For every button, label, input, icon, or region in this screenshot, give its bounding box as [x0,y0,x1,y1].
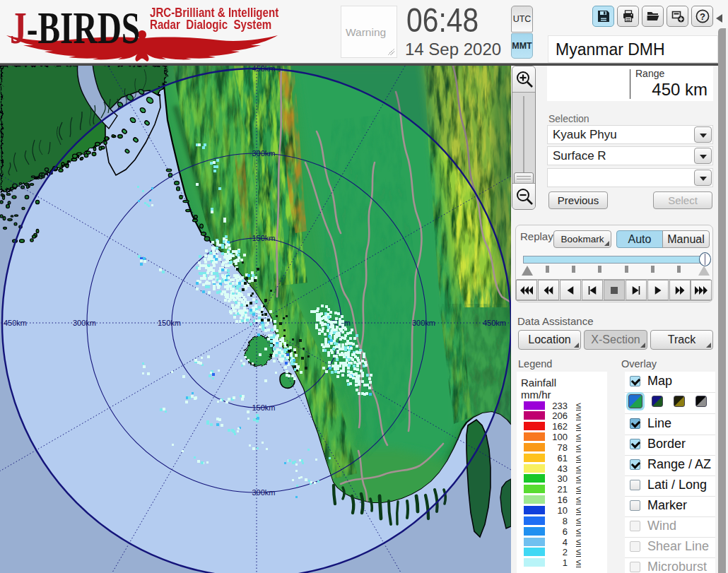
svg-text:300km: 300km [252,488,276,497]
svg-text:150km: 150km [252,403,276,412]
svg-text:150km: 150km [252,234,276,242]
svg-text:450km: 450km [483,319,506,327]
svg-text:450km: 450km [4,319,27,327]
svg-text:150km: 150km [158,319,181,327]
svg-text:300km: 300km [252,149,276,158]
svg-text:300km: 300km [73,319,96,327]
svg-text:?: ? [700,11,705,22]
svg-text:300km: 300km [412,319,435,327]
